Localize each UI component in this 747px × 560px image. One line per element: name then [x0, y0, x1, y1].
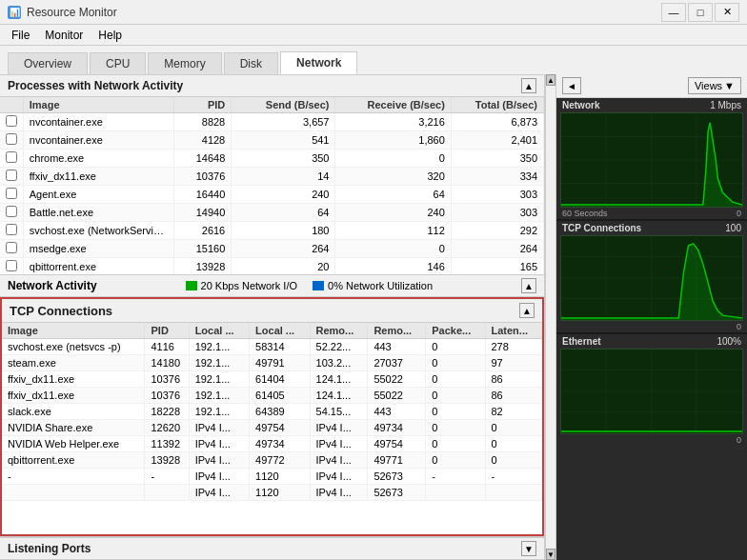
row-checkbox[interactable]	[0, 222, 23, 240]
tcp-row-remote2: 49734	[368, 420, 426, 436]
tab-memory[interactable]: Memory	[148, 52, 221, 74]
table-row[interactable]: svchost.exe (NetworkService... 2616 180 …	[0, 222, 544, 240]
tab-cpu[interactable]: CPU	[90, 52, 146, 74]
tcp-table-container[interactable]: Image PID Local ... Local ... Remo... Re…	[2, 323, 542, 534]
menu-monitor[interactable]: Monitor	[37, 27, 91, 44]
row-total: 334	[451, 168, 543, 186]
tcp-col-local1[interactable]: Local ...	[189, 323, 249, 339]
tab-overview[interactable]: Overview	[8, 52, 88, 74]
table-row[interactable]: Agent.exe 16440 240 64 303	[0, 186, 544, 204]
table-row[interactable]: ffxiv_dx11.exe 10376 192.1... 61405 124.…	[2, 388, 542, 404]
table-row[interactable]: NVIDIA Web Helper.exe 11392 IPv4 I... 49…	[2, 436, 542, 452]
tcp-row-remote1: 52.22...	[310, 339, 368, 355]
row-checkbox[interactable]	[0, 131, 23, 150]
table-row[interactable]: chrome.exe 14648 350 0 350	[0, 150, 544, 168]
tcp-col-packets[interactable]: Packe...	[426, 323, 485, 339]
network-chart-svg	[561, 113, 742, 207]
row-checkbox[interactable]	[0, 168, 23, 186]
col-check[interactable]	[0, 97, 23, 113]
tab-network[interactable]: Network	[280, 51, 357, 74]
row-pid: 15160	[173, 240, 232, 258]
table-row[interactable]: nvcontainer.exe 8828 3,657 3,216 6,873	[0, 113, 544, 131]
close-button[interactable]: ✕	[715, 3, 739, 22]
listening-ports-collapse-btn[interactable]: ▼	[521, 541, 536, 556]
tcp-col-latency[interactable]: Laten...	[485, 323, 542, 339]
row-checkbox[interactable]	[0, 204, 23, 222]
tcp-row-pid: 18228	[145, 404, 189, 420]
main-scrollbar[interactable]: ▲ ▼	[545, 74, 556, 560]
col-pid[interactable]: PID	[173, 97, 232, 113]
row-receive: 3,216	[335, 113, 451, 131]
table-row[interactable]: ffxiv_dx11.exe 10376 192.1... 61404 124.…	[2, 371, 542, 388]
tcp-row-latency: 82	[485, 404, 542, 420]
tcp-row-pid: -	[145, 469, 189, 485]
tcp-row-local2: 49754	[250, 420, 310, 436]
row-pid: 4128	[173, 131, 232, 150]
row-checkbox[interactable]	[0, 186, 23, 204]
nav-left-btn[interactable]: ◄	[562, 77, 581, 94]
tcp-chart-area	[560, 235, 743, 321]
maximize-button[interactable]: □	[688, 3, 713, 22]
col-total[interactable]: Total (B/sec)	[451, 97, 543, 113]
svg-marker-6	[561, 123, 742, 207]
table-row[interactable]: Battle.net.exe 14940 64 240 303	[0, 204, 544, 222]
tcp-col-image[interactable]: Image	[2, 323, 145, 339]
window-controls: — □ ✕	[661, 3, 739, 22]
menu-file[interactable]: File	[4, 27, 37, 44]
processes-table-container[interactable]: Image PID Send (B/sec) Receive (B/sec) T…	[0, 97, 544, 274]
tcp-collapse-btn[interactable]: ▲	[519, 303, 535, 318]
table-row[interactable]: msedge.exe 15160 264 0 264	[0, 240, 544, 258]
row-checkbox[interactable]	[0, 240, 23, 258]
row-image: Agent.exe	[23, 186, 173, 204]
views-button[interactable]: Views ▼	[688, 77, 741, 94]
table-row[interactable]: - - IPv4 I... 1120 IPv4 I... 52673 - -	[2, 469, 542, 485]
table-row[interactable]: slack.exe 18228 192.1... 64389 54.15... …	[2, 404, 542, 420]
col-receive[interactable]: Receive (B/sec)	[335, 97, 451, 113]
network-activity-collapse-btn[interactable]: ▲	[521, 278, 536, 293]
row-checkbox[interactable]	[0, 258, 23, 275]
tcp-seconds-row: 0	[556, 321, 747, 332]
indicator-util-label: 0% Network Utilization	[328, 280, 433, 291]
table-row[interactable]: IPv4 I... 1120 IPv4 I... 52673	[2, 485, 542, 501]
table-row[interactable]: svchost.exe (netsvcs -p) 4116 192.1... 5…	[2, 339, 542, 355]
table-row[interactable]: ffxiv_dx11.exe 10376 14 320 334	[0, 168, 544, 186]
processes-collapse-btn[interactable]: ▲	[521, 78, 536, 93]
col-image[interactable]: Image	[23, 97, 173, 113]
table-row[interactable]: nvcontainer.exe 4128 541 1,860 2,401	[0, 131, 544, 150]
scroll-up-btn[interactable]: ▲	[546, 74, 555, 86]
row-send: 64	[232, 204, 335, 222]
row-checkbox[interactable]	[0, 113, 23, 131]
title-bar: 📊 Resource Monitor — □ ✕	[0, 0, 747, 25]
row-checkbox[interactable]	[0, 150, 23, 168]
table-row[interactable]: NVIDIA Share.exe 12620 IPv4 I... 49754 I…	[2, 420, 542, 436]
tcp-row-local1: IPv4 I...	[189, 485, 249, 501]
svg-marker-13	[561, 244, 742, 320]
row-total: 165	[451, 258, 543, 275]
tcp-row-remote2: 49754	[368, 436, 426, 452]
tcp-col-remote1[interactable]: Remo...	[310, 323, 368, 339]
tcp-chart-svg	[561, 236, 742, 320]
tcp-col-pid[interactable]: PID	[145, 323, 189, 339]
tcp-row-remote1: 124.1...	[310, 388, 368, 404]
table-row[interactable]: steam.exe 14180 192.1... 49791 103.2... …	[2, 355, 542, 371]
table-row[interactable]: qbittorrent.exe 13928 IPv4 I... 49772 IP…	[2, 452, 542, 469]
row-total: 303	[451, 186, 543, 204]
tcp-col-local2[interactable]: Local ...	[250, 323, 310, 339]
tab-disk[interactable]: Disk	[224, 52, 278, 74]
tcp-row-local1: IPv4 I...	[189, 452, 249, 469]
tcp-col-remote2[interactable]: Remo...	[368, 323, 426, 339]
tcp-row-latency: 86	[485, 388, 542, 404]
row-total: 2,401	[451, 131, 543, 150]
tabs-bar: Overview CPU Memory Disk Network	[0, 46, 747, 74]
minimize-button[interactable]: —	[661, 3, 686, 22]
row-image: nvcontainer.exe	[23, 113, 173, 131]
tcp-chart-label-row: TCP Connections 100	[556, 221, 747, 235]
tcp-row-local2: 49734	[250, 436, 310, 452]
menu-help[interactable]: Help	[91, 27, 130, 44]
col-send[interactable]: Send (B/sec)	[232, 97, 335, 113]
network-chart-value: 1 Mbps	[710, 100, 741, 110]
scroll-down-btn[interactable]: ▼	[546, 549, 555, 560]
ethernet-chart-label-row: Ethernet 100%	[556, 334, 747, 349]
table-row[interactable]: qbittorrent.exe 13928 20 146 165	[0, 258, 544, 275]
row-image: nvcontainer.exe	[23, 131, 173, 150]
